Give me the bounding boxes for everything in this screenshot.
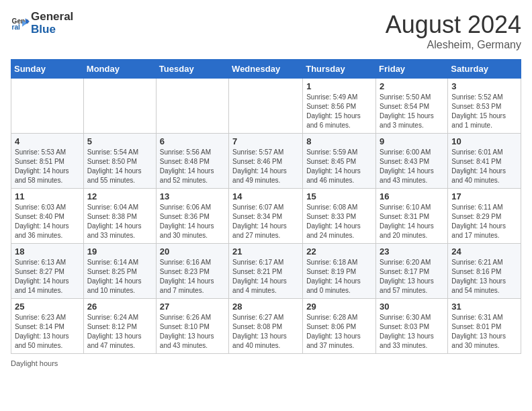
calendar-day-header: Sunday xyxy=(11,60,84,79)
calendar-day-header: Saturday xyxy=(448,60,521,79)
logo: Gene ral General Blue xyxy=(11,11,73,36)
calendar-cell: 4Sunrise: 5:53 AMSunset: 8:51 PMDaylight… xyxy=(11,134,84,189)
day-number: 18 xyxy=(15,246,80,257)
calendar-cell: 19Sunrise: 6:14 AMSunset: 8:25 PMDayligh… xyxy=(83,244,156,299)
calendar-cell xyxy=(156,79,228,134)
calendar-day-header: Wednesday xyxy=(229,60,303,79)
location: Alesheim, Germany xyxy=(386,39,521,51)
day-info: Sunrise: 6:01 AMSunset: 8:41 PMDaylight:… xyxy=(451,148,517,185)
page-header: Gene ral General Blue August 2024 Aleshe… xyxy=(11,11,521,51)
day-number: 11 xyxy=(15,191,80,201)
day-info: Sunrise: 6:28 AMSunset: 8:06 PMDaylight:… xyxy=(306,313,372,351)
calendar-cell: 3Sunrise: 5:52 AMSunset: 8:53 PMDaylight… xyxy=(448,79,521,134)
calendar-cell: 20Sunrise: 6:16 AMSunset: 8:23 PMDayligh… xyxy=(156,244,228,299)
day-number: 4 xyxy=(15,136,80,146)
day-info: Sunrise: 6:17 AMSunset: 8:21 PMDaylight:… xyxy=(232,258,299,295)
day-number: 15 xyxy=(306,191,372,201)
calendar-cell: 22Sunrise: 6:18 AMSunset: 8:19 PMDayligh… xyxy=(303,244,376,299)
logo-icon: Gene ral xyxy=(11,14,30,33)
day-info: Sunrise: 6:04 AMSunset: 8:38 PMDaylight:… xyxy=(87,203,152,240)
calendar-day-header: Tuesday xyxy=(156,60,228,79)
day-info: Sunrise: 6:11 AMSunset: 8:29 PMDaylight:… xyxy=(451,203,517,240)
day-number: 20 xyxy=(160,246,225,257)
calendar-week-row: 25Sunrise: 6:23 AMSunset: 8:14 PMDayligh… xyxy=(11,299,521,354)
day-number: 8 xyxy=(306,136,372,146)
day-number: 3 xyxy=(451,81,517,91)
day-number: 10 xyxy=(451,136,517,146)
day-info: Sunrise: 6:27 AMSunset: 8:08 PMDaylight:… xyxy=(232,313,299,351)
calendar-cell: 21Sunrise: 6:17 AMSunset: 8:21 PMDayligh… xyxy=(229,244,303,299)
calendar-cell: 8Sunrise: 5:59 AMSunset: 8:45 PMDaylight… xyxy=(303,134,376,189)
calendar-cell: 13Sunrise: 6:06 AMSunset: 8:36 PMDayligh… xyxy=(156,189,228,244)
day-info: Sunrise: 6:31 AMSunset: 8:01 PMDaylight:… xyxy=(451,313,517,351)
day-number: 6 xyxy=(160,136,225,146)
calendar-cell: 27Sunrise: 6:26 AMSunset: 8:10 PMDayligh… xyxy=(156,299,228,354)
day-number: 7 xyxy=(232,136,299,146)
calendar-cell: 2Sunrise: 5:50 AMSunset: 8:54 PMDaylight… xyxy=(376,79,448,134)
day-info: Sunrise: 6:24 AMSunset: 8:12 PMDaylight:… xyxy=(87,313,152,351)
day-number: 12 xyxy=(87,191,152,201)
day-info: Sunrise: 5:53 AMSunset: 8:51 PMDaylight:… xyxy=(15,148,80,185)
calendar-cell: 14Sunrise: 6:07 AMSunset: 8:34 PMDayligh… xyxy=(229,189,303,244)
day-number: 16 xyxy=(380,191,444,201)
calendar-cell xyxy=(229,79,303,134)
day-info: Sunrise: 6:20 AMSunset: 8:17 PMDaylight:… xyxy=(380,258,444,295)
calendar-cell xyxy=(83,79,156,134)
day-number: 31 xyxy=(451,302,517,312)
calendar-cell: 11Sunrise: 6:03 AMSunset: 8:40 PMDayligh… xyxy=(11,189,84,244)
day-info: Sunrise: 6:00 AMSunset: 8:43 PMDaylight:… xyxy=(380,148,444,185)
day-info: Sunrise: 6:18 AMSunset: 8:19 PMDaylight:… xyxy=(306,258,372,295)
day-info: Sunrise: 5:54 AMSunset: 8:50 PMDaylight:… xyxy=(87,148,152,185)
day-number: 2 xyxy=(380,81,444,91)
calendar-week-row: 1Sunrise: 5:49 AMSunset: 8:56 PMDaylight… xyxy=(11,79,521,134)
calendar-day-header: Thursday xyxy=(303,60,376,79)
calendar-cell: 9Sunrise: 6:00 AMSunset: 8:43 PMDaylight… xyxy=(376,134,448,189)
day-number: 30 xyxy=(380,302,444,312)
calendar-cell: 5Sunrise: 5:54 AMSunset: 8:50 PMDaylight… xyxy=(83,134,156,189)
day-info: Sunrise: 5:57 AMSunset: 8:46 PMDaylight:… xyxy=(232,148,299,185)
day-number: 29 xyxy=(306,302,372,312)
day-number: 5 xyxy=(87,136,152,146)
day-number: 24 xyxy=(451,246,517,257)
day-info: Sunrise: 5:52 AMSunset: 8:53 PMDaylight:… xyxy=(451,93,517,130)
day-info: Sunrise: 5:49 AMSunset: 8:56 PMDaylight:… xyxy=(306,93,372,130)
day-number: 27 xyxy=(160,302,225,312)
day-info: Sunrise: 5:56 AMSunset: 8:48 PMDaylight:… xyxy=(160,148,225,185)
calendar-cell: 25Sunrise: 6:23 AMSunset: 8:14 PMDayligh… xyxy=(11,299,84,354)
day-number: 19 xyxy=(87,246,152,257)
day-info: Sunrise: 6:23 AMSunset: 8:14 PMDaylight:… xyxy=(15,313,80,351)
calendar-week-row: 4Sunrise: 5:53 AMSunset: 8:51 PMDaylight… xyxy=(11,134,521,189)
calendar-cell: 28Sunrise: 6:27 AMSunset: 8:08 PMDayligh… xyxy=(229,299,303,354)
calendar-table: SundayMondayTuesdayWednesdayThursdayFrid… xyxy=(11,59,521,354)
day-number: 14 xyxy=(232,191,299,201)
day-info: Sunrise: 6:21 AMSunset: 8:16 PMDaylight:… xyxy=(451,258,517,295)
calendar-cell: 12Sunrise: 6:04 AMSunset: 8:38 PMDayligh… xyxy=(83,189,156,244)
day-number: 26 xyxy=(87,302,152,312)
day-number: 1 xyxy=(306,81,372,91)
footer-note: Daylight hours xyxy=(11,359,521,367)
calendar-cell: 30Sunrise: 6:30 AMSunset: 8:03 PMDayligh… xyxy=(376,299,448,354)
calendar-cell: 7Sunrise: 5:57 AMSunset: 8:46 PMDaylight… xyxy=(229,134,303,189)
day-number: 17 xyxy=(451,191,517,201)
day-info: Sunrise: 6:07 AMSunset: 8:34 PMDaylight:… xyxy=(232,203,299,240)
day-info: Sunrise: 6:26 AMSunset: 8:10 PMDaylight:… xyxy=(160,313,225,351)
calendar-cell: 24Sunrise: 6:21 AMSunset: 8:16 PMDayligh… xyxy=(448,244,521,299)
day-number: 28 xyxy=(232,302,299,312)
calendar-cell: 31Sunrise: 6:31 AMSunset: 8:01 PMDayligh… xyxy=(448,299,521,354)
logo-general: General xyxy=(31,10,73,23)
calendar-cell: 6Sunrise: 5:56 AMSunset: 8:48 PMDaylight… xyxy=(156,134,228,189)
day-info: Sunrise: 5:59 AMSunset: 8:45 PMDaylight:… xyxy=(306,148,372,185)
calendar-cell: 23Sunrise: 6:20 AMSunset: 8:17 PMDayligh… xyxy=(376,244,448,299)
day-number: 22 xyxy=(306,246,372,257)
day-info: Sunrise: 6:08 AMSunset: 8:33 PMDaylight:… xyxy=(306,203,372,240)
calendar-header-row: SundayMondayTuesdayWednesdayThursdayFrid… xyxy=(11,60,521,79)
day-info: Sunrise: 6:13 AMSunset: 8:27 PMDaylight:… xyxy=(15,258,80,295)
day-number: 25 xyxy=(15,302,80,312)
calendar-day-header: Friday xyxy=(376,60,448,79)
day-info: Sunrise: 6:03 AMSunset: 8:40 PMDaylight:… xyxy=(15,203,80,240)
day-number: 23 xyxy=(380,246,444,257)
calendar-cell: 26Sunrise: 6:24 AMSunset: 8:12 PMDayligh… xyxy=(83,299,156,354)
day-number: 13 xyxy=(160,191,225,201)
calendar-cell: 17Sunrise: 6:11 AMSunset: 8:29 PMDayligh… xyxy=(448,189,521,244)
month-year: August 2024 xyxy=(386,11,521,39)
